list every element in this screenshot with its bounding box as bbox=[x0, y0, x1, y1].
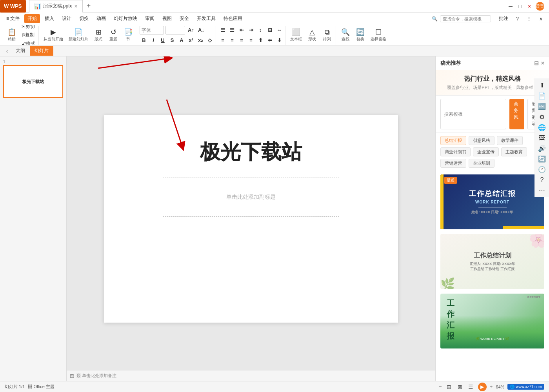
file-tab[interactable]: 📊 演示文稿.pptx × bbox=[29, 0, 83, 13]
tag-teaching[interactable]: 教学课件 bbox=[497, 136, 523, 145]
tag-themed-education[interactable]: 主题教育 bbox=[501, 147, 527, 156]
tab-close-btn[interactable]: × bbox=[75, 3, 78, 9]
play-slideshow-btn[interactable]: ▶ bbox=[478, 383, 487, 391]
underline-btn[interactable]: U bbox=[158, 36, 167, 45]
subscript-btn[interactable]: x₂ bbox=[196, 36, 205, 45]
select-pane-btn[interactable]: ☐ 选择窗格 bbox=[368, 27, 389, 44]
menu-devtools[interactable]: 开发工具 bbox=[194, 14, 219, 23]
new-tab-btn[interactable]: + bbox=[83, 0, 95, 12]
replace-btn[interactable]: 🔄 替换 bbox=[353, 27, 367, 44]
direction-btn[interactable]: ↔ bbox=[275, 26, 284, 34]
menu-start[interactable]: 开始 bbox=[24, 14, 40, 23]
align-left-btn[interactable]: ≡ bbox=[218, 36, 227, 45]
play-from-current-btn[interactable]: ▶ 从当前开始 bbox=[41, 27, 65, 44]
nav-prev-btn[interactable]: ‹ bbox=[3, 47, 11, 55]
tag-summary[interactable]: 总结汇报 bbox=[440, 136, 466, 145]
menu-animation[interactable]: 动画 bbox=[93, 14, 109, 23]
slide-canvas[interactable]: 极光下载站 单击此处添加副标题 bbox=[104, 115, 398, 323]
tag-marketing[interactable]: 营销运营 bbox=[440, 159, 466, 168]
format-painter-btn[interactable]: 🖌 格式 bbox=[20, 40, 37, 46]
slides-tab[interactable]: 幻灯片 bbox=[30, 46, 53, 56]
side-btn-8[interactable]: 🔄 bbox=[538, 155, 546, 163]
align-middle-btn[interactable]: ⬅ bbox=[265, 36, 274, 45]
tag-enterprise-promo[interactable]: 企业宣传 bbox=[473, 147, 499, 156]
superscript-btn[interactable]: x² bbox=[187, 36, 195, 45]
arrange-btn[interactable]: ⧉ 排列 bbox=[320, 27, 334, 44]
template-card-2[interactable]: 🌸 🌿 工作总结计划 汇报人: XXXX 日期: XXXX年 工作总结 工作计划… bbox=[440, 234, 544, 289]
reset-btn[interactable]: ↺ 重置 bbox=[106, 27, 120, 44]
menu-insert[interactable]: 插入 bbox=[42, 14, 57, 23]
wps-logo[interactable]: W WPS bbox=[0, 0, 26, 13]
copy-btn[interactable]: ⎘ 复制 bbox=[20, 31, 37, 39]
user-avatar[interactable]: 音音 bbox=[536, 2, 544, 11]
paste-btn[interactable]: 📋 粘贴 bbox=[5, 27, 19, 44]
outline-tab[interactable]: 大纲 bbox=[11, 46, 30, 56]
list-number-btn[interactable]: ☰ bbox=[228, 26, 236, 34]
slide-subtitle-box[interactable]: 单击此处添加副标题 bbox=[163, 178, 339, 217]
find-btn[interactable]: 🔍 查找 bbox=[338, 27, 353, 44]
menu-help[interactable]: ? bbox=[513, 15, 522, 23]
side-btn-4[interactable]: ⚙ bbox=[539, 113, 545, 121]
indent-increase-btn[interactable]: ⇥ bbox=[247, 26, 255, 34]
align-bottom-btn[interactable]: ⬇ bbox=[275, 36, 284, 45]
zoom-in-btn[interactable]: + bbox=[490, 384, 493, 390]
menu-slideshow[interactable]: 幻灯片放映 bbox=[111, 14, 140, 23]
side-btn-5[interactable]: 🌐 bbox=[538, 124, 546, 131]
side-btn-1[interactable]: ⬆ bbox=[540, 82, 545, 89]
template-card-3[interactable]: 🌿 WORK REPORT 🌿 工作汇报 REPORT bbox=[440, 294, 544, 348]
menu-special[interactable]: 特色应用 bbox=[220, 14, 245, 23]
side-btn-7[interactable]: 🔊 bbox=[538, 145, 546, 152]
strikethrough-btn[interactable]: S bbox=[168, 36, 176, 45]
textbox-btn[interactable]: ⬜ 文本框 bbox=[288, 27, 304, 44]
font-color-btn[interactable]: A bbox=[177, 36, 186, 45]
italic-btn[interactable]: I bbox=[149, 36, 158, 45]
align-center-btn[interactable]: ≡ bbox=[228, 36, 236, 45]
side-btn-2[interactable]: 📄 bbox=[538, 92, 546, 100]
business-tab[interactable]: 商务风 bbox=[509, 99, 524, 129]
font-size-increase-btn[interactable]: A↑ bbox=[187, 26, 195, 34]
side-btn-6[interactable]: 🖼 bbox=[539, 134, 545, 142]
slide-thumbnail[interactable]: 极光下载站 bbox=[3, 65, 63, 98]
menu-collapse[interactable]: ∧ bbox=[536, 15, 546, 23]
clear-format-btn[interactable]: ◇ bbox=[205, 36, 214, 45]
minimize-btn[interactable]: ─ bbox=[507, 3, 514, 9]
side-btn-10[interactable]: ? bbox=[540, 176, 544, 183]
zoom-out-btn[interactable]: − bbox=[439, 384, 442, 390]
font-size-decrease-btn[interactable]: A↓ bbox=[197, 26, 205, 34]
menu-search-input[interactable] bbox=[440, 15, 491, 22]
tag-business-plan[interactable]: 商业计划书 bbox=[440, 147, 471, 156]
align-justify-btn[interactable]: ≡ bbox=[247, 36, 255, 45]
section-btn[interactable]: 📑 节 bbox=[121, 27, 135, 44]
layout-btn[interactable]: ⊞ 版式 bbox=[91, 27, 105, 44]
template-search-input[interactable] bbox=[440, 99, 506, 129]
indent-decrease-btn[interactable]: ⇤ bbox=[237, 26, 246, 34]
menu-view[interactable]: 视图 bbox=[159, 14, 175, 23]
font-name-input[interactable] bbox=[140, 27, 164, 33]
menu-transition[interactable]: 切换 bbox=[76, 14, 92, 23]
notes-bar[interactable]: 🖼 🖼 单击此处添加备注 bbox=[67, 370, 435, 381]
menu-more[interactable]: ⋮ bbox=[524, 15, 534, 23]
list-bullet-btn[interactable]: ☰ bbox=[218, 26, 227, 34]
shapes-btn[interactable]: △ 形状 bbox=[305, 27, 319, 44]
close-btn[interactable]: × bbox=[526, 3, 533, 9]
panel-close-icon[interactable]: × bbox=[541, 60, 544, 66]
watermark-logo[interactable]: 🌐 www.xz71.com bbox=[507, 384, 544, 390]
menu-comment[interactable]: 批注 bbox=[496, 14, 511, 23]
tag-creative[interactable]: 创意风格 bbox=[469, 136, 494, 145]
side-btn-3[interactable]: 🔤 bbox=[538, 103, 546, 110]
normal-view-btn[interactable]: ⊞ bbox=[445, 383, 453, 391]
bold-btn[interactable]: B bbox=[140, 36, 148, 45]
slide-title[interactable]: 极光下载站 bbox=[120, 138, 382, 166]
side-btn-9[interactable]: 🕐 bbox=[538, 166, 546, 173]
reading-view-btn[interactable]: ☰ bbox=[467, 383, 475, 391]
menu-design[interactable]: 设计 bbox=[59, 14, 75, 23]
menu-security[interactable]: 安全 bbox=[176, 14, 192, 23]
panel-expand-icon[interactable]: ⊟ bbox=[534, 60, 539, 66]
cut-btn[interactable]: ✂ 剪切 bbox=[20, 25, 37, 31]
align-top-btn[interactable]: ⬆ bbox=[256, 36, 265, 45]
line-spacing-btn[interactable]: ↕ bbox=[256, 26, 265, 34]
columns-btn[interactable]: ⊟ bbox=[265, 26, 274, 34]
align-right-btn[interactable]: ≡ bbox=[237, 36, 246, 45]
menu-review[interactable]: 审阅 bbox=[142, 14, 158, 23]
slide-sorter-btn[interactable]: ⊠ bbox=[456, 383, 464, 391]
